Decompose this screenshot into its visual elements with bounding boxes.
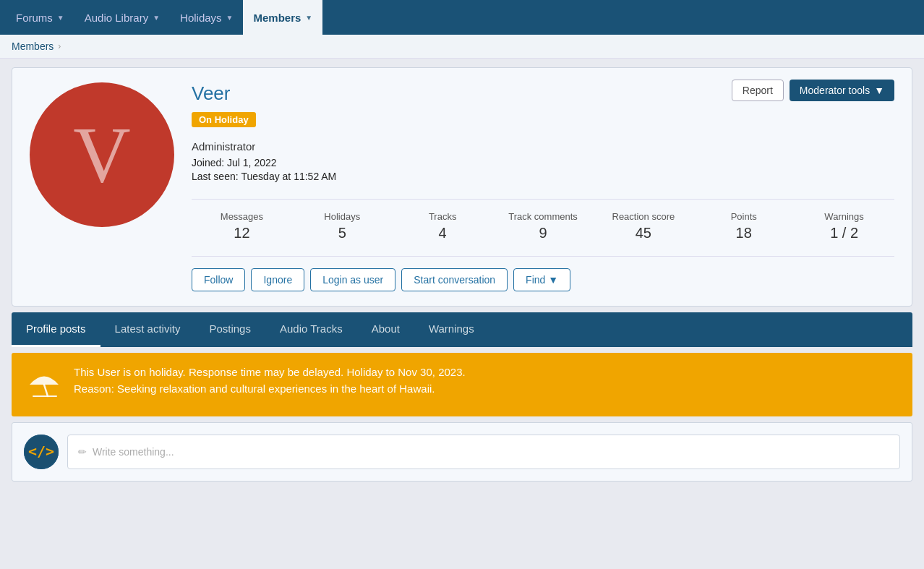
write-input-container: ✏ Write something... (67, 435, 900, 469)
stat-tracks-label: Tracks (429, 211, 457, 222)
stat-points: Points 18 (693, 211, 794, 241)
nav-members[interactable]: Members ▼ (243, 0, 322, 35)
last-seen-date: Tuesday at 11:52 AM (241, 171, 337, 182)
commenter-avatar: </> (24, 435, 59, 469)
profile-name: Veer (192, 82, 336, 105)
profile-top-section: V Veer On Holiday Administrator Joined: … (30, 82, 894, 291)
breadcrumb-separator: › (58, 41, 61, 51)
top-navigation: Forums ▼ Audio Library ▼ Holidays ▼ Memb… (0, 0, 924, 35)
audio-library-caret-icon: ▼ (153, 14, 160, 22)
holiday-banner-text: This User is on holiday. Response time m… (74, 364, 466, 397)
holiday-text-line1: This User is on holiday. Response time m… (74, 364, 466, 381)
holidays-label: Holidays (180, 12, 222, 24)
moderator-tools-button[interactable]: Moderator tools ▼ (790, 80, 894, 101)
action-buttons-row: Follow Ignore Login as user Start conver… (192, 256, 894, 291)
holiday-umbrella-icon (26, 364, 62, 405)
main-content: V Veer On Holiday Administrator Joined: … (0, 59, 924, 490)
svg-line-0 (44, 385, 48, 396)
tab-profile-posts[interactable]: Profile posts (12, 312, 100, 347)
last-seen-label: Last seen: (192, 171, 239, 182)
holiday-text-line2: Reason: Seeking relaxation and cultural … (74, 381, 466, 398)
profile-details: Veer On Holiday Administrator Joined: Ju… (192, 82, 336, 184)
nav-holidays[interactable]: Holidays ▼ (170, 0, 243, 35)
start-conversation-button[interactable]: Start conversation (401, 268, 508, 291)
stat-messages: Messages 12 (192, 211, 292, 241)
stat-tracks: Tracks 4 (393, 211, 493, 241)
holiday-banner: This User is on holiday. Response time m… (12, 353, 912, 416)
stat-holidays: Holidays 5 (292, 211, 393, 241)
tab-warnings[interactable]: Warnings (414, 312, 489, 347)
forums-label: Forums (16, 12, 53, 24)
profile-header-row: Veer On Holiday Administrator Joined: Ju… (192, 82, 894, 184)
stat-warnings-value: 1 / 2 (830, 225, 858, 241)
stat-holidays-label: Holidays (324, 211, 360, 222)
mod-tools-label: Moderator tools (800, 85, 870, 96)
stat-warnings-label: Warnings (824, 211, 863, 222)
members-label: Members (253, 12, 301, 24)
stat-tracks-value: 4 (439, 225, 447, 241)
profile-joined: Joined: Jul 1, 2022 (192, 157, 336, 168)
avatar-letter: V (73, 115, 130, 194)
tab-audio-tracks[interactable]: Audio Tracks (265, 312, 357, 347)
stat-holidays-value: 5 (338, 225, 346, 241)
follow-button[interactable]: Follow (192, 268, 245, 291)
stat-reaction-score-label: Reaction score (612, 211, 675, 222)
write-area: </> ✏ Write something... (12, 422, 912, 482)
profile-tabs: Profile posts Latest activity Postings A… (12, 312, 912, 347)
breadcrumb: Members › (0, 35, 924, 59)
profile-role: Administrator (192, 140, 336, 153)
profile-last-seen: Last seen: Tuesday at 11:52 AM (192, 171, 336, 182)
joined-label: Joined: (192, 157, 224, 168)
audio-library-label: Audio Library (85, 12, 148, 24)
forums-caret-icon: ▼ (57, 14, 64, 22)
nav-forums[interactable]: Forums ▼ (6, 0, 74, 35)
login-as-user-button[interactable]: Login as user (310, 268, 395, 291)
stat-track-comments-value: 9 (539, 225, 547, 241)
find-label: Find (526, 274, 545, 286)
stats-row: Messages 12 Holidays 5 Tracks 4 Track co… (192, 199, 894, 241)
stat-messages-value: 12 (234, 225, 249, 241)
write-something-input[interactable]: ✏ Write something... (67, 435, 900, 469)
tab-latest-activity[interactable]: Latest activity (100, 312, 195, 347)
stat-warnings: Warnings 1 / 2 (794, 211, 894, 241)
members-caret-icon: ▼ (305, 14, 312, 22)
holidays-caret-icon: ▼ (226, 14, 234, 22)
mod-tools-caret-icon: ▼ (874, 85, 884, 96)
ignore-button[interactable]: Ignore (251, 268, 304, 291)
report-button[interactable]: Report (732, 80, 784, 101)
holiday-badge: On Holiday (192, 112, 256, 127)
tab-about[interactable]: About (357, 312, 414, 347)
avatar: V (30, 82, 174, 227)
stat-messages-label: Messages (221, 211, 263, 222)
stat-points-label: Points (731, 211, 757, 222)
profile-actions: Report Moderator tools ▼ (732, 80, 894, 101)
stat-reaction-score-value: 45 (636, 225, 651, 241)
profile-card: V Veer On Holiday Administrator Joined: … (12, 67, 912, 307)
stat-track-comments-label: Track comments (508, 211, 578, 222)
breadcrumb-members-link[interactable]: Members (12, 40, 54, 52)
stat-points-value: 18 (736, 225, 752, 241)
tab-postings[interactable]: Postings (194, 312, 265, 347)
profile-info-section: Veer On Holiday Administrator Joined: Ju… (192, 82, 894, 291)
find-button[interactable]: Find ▼ (513, 268, 570, 291)
pencil-icon: ✏ (78, 446, 87, 458)
find-caret-icon: ▼ (548, 274, 558, 286)
svg-text:</>: </> (28, 442, 54, 460)
joined-date: Jul 1, 2022 (227, 157, 277, 168)
stat-reaction-score: Reaction score 45 (593, 211, 693, 241)
nav-audio-library[interactable]: Audio Library ▼ (74, 0, 170, 35)
write-placeholder: Write something... (93, 446, 174, 458)
stat-track-comments: Track comments 9 (493, 211, 594, 241)
